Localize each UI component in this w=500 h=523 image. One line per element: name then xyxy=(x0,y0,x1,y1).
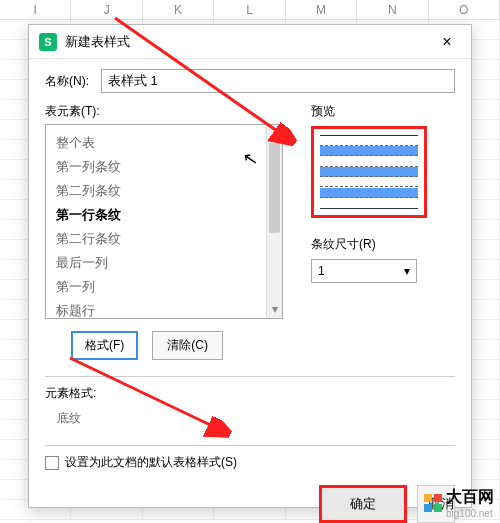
set-default-checkbox[interactable] xyxy=(45,456,59,470)
col-header[interactable]: N xyxy=(357,0,428,20)
scroll-up-arrow-icon[interactable]: ▴ xyxy=(267,125,282,141)
list-item[interactable]: 第一列条纹 xyxy=(46,155,282,179)
list-item[interactable]: 第一行条纹 xyxy=(46,203,282,227)
scroll-thumb[interactable] xyxy=(269,143,280,233)
table-element-label: 表元素(T): xyxy=(45,103,283,120)
chevron-down-icon: ▾ xyxy=(404,264,410,278)
preview-table xyxy=(320,135,418,209)
watermark-brand: 大百网 xyxy=(446,487,494,508)
listbox-scrollbar[interactable]: ▴ ▾ xyxy=(266,125,282,318)
preview-label: 预览 xyxy=(311,103,453,120)
table-element-listbox[interactable]: 整个表 第一列条纹 第二列条纹 第一行条纹 第二行条纹 最后一列 第一列 标题行 xyxy=(45,124,283,319)
style-name-input[interactable] xyxy=(101,69,455,93)
col-header[interactable]: I xyxy=(0,0,71,20)
close-button[interactable]: × xyxy=(433,28,461,56)
clear-button[interactable]: 清除(C) xyxy=(152,331,223,360)
stripe-size-label: 条纹尺寸(R) xyxy=(311,236,453,253)
col-header[interactable]: M xyxy=(286,0,357,20)
list-item[interactable]: 第一列 xyxy=(46,275,282,299)
list-item[interactable]: 第二行条纹 xyxy=(46,227,282,251)
list-item[interactable]: 最后一列 xyxy=(46,251,282,275)
divider xyxy=(45,445,455,446)
dialog-titlebar[interactable]: S 新建表样式 × xyxy=(29,25,471,59)
element-format-label: 元素格式: xyxy=(45,385,455,402)
preview-highlight-box xyxy=(311,126,427,218)
watermark-logo-icon xyxy=(424,494,442,512)
col-header[interactable]: L xyxy=(214,0,285,20)
scroll-down-arrow-icon[interactable]: ▾ xyxy=(267,302,282,318)
watermark: 大百网 big100.net xyxy=(424,487,494,519)
set-default-label: 设置为此文档的默认表格样式(S) xyxy=(65,454,237,471)
stripe-size-select[interactable]: 1 ▾ xyxy=(311,259,417,283)
column-headers: I J K L M N O xyxy=(0,0,500,20)
name-label: 名称(N): xyxy=(45,73,101,90)
col-header[interactable]: J xyxy=(71,0,142,20)
col-header[interactable]: O xyxy=(429,0,500,20)
list-item[interactable]: 整个表 xyxy=(46,131,282,155)
list-item[interactable]: 第二列条纹 xyxy=(46,179,282,203)
shading-value: 底纹 xyxy=(45,410,455,427)
stripe-size-value: 1 xyxy=(318,264,325,278)
col-header[interactable]: K xyxy=(143,0,214,20)
new-table-style-dialog: S 新建表样式 × 名称(N): 表元素(T): 整个表 第一列条纹 第二列条纹… xyxy=(28,24,472,508)
app-icon: S xyxy=(39,33,57,51)
ok-button[interactable]: 确定 xyxy=(319,485,407,523)
list-item[interactable]: 标题行 xyxy=(46,299,282,319)
format-button[interactable]: 格式(F) xyxy=(71,331,138,360)
dialog-title: 新建表样式 xyxy=(65,33,433,51)
watermark-url: big100.net xyxy=(446,508,494,519)
divider xyxy=(45,376,455,377)
